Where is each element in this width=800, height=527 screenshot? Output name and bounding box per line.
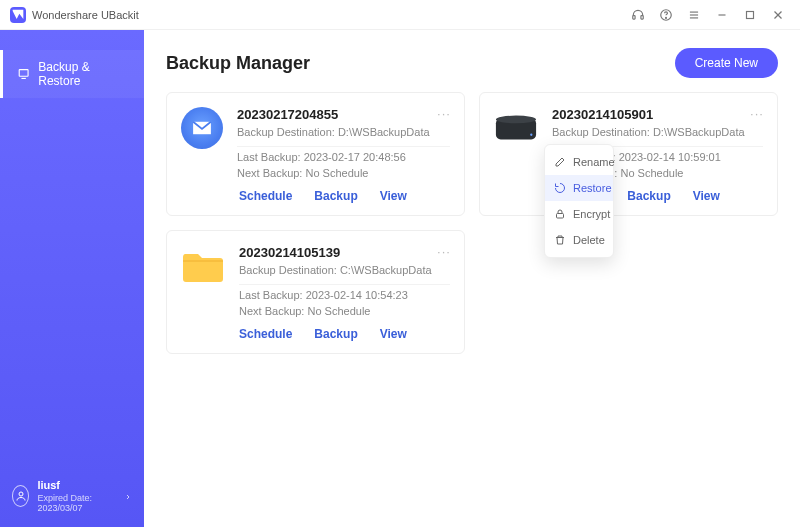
folder-backup-icon bbox=[181, 245, 225, 289]
ctx-delete[interactable]: Delete bbox=[545, 227, 613, 253]
app-title: Wondershare UBackit bbox=[32, 9, 139, 21]
maximize-icon[interactable] bbox=[736, 1, 764, 29]
backup-title: 20230214105139 bbox=[239, 245, 450, 260]
menu-icon[interactable] bbox=[680, 1, 708, 29]
backup-destination: Backup Destination: C:\WSBackupData bbox=[239, 264, 450, 276]
lock-icon bbox=[554, 208, 566, 220]
backup-title: 20230217204855 bbox=[237, 107, 450, 122]
backup-cards: ··· 20230217204855 Backup Destination: D… bbox=[166, 92, 778, 354]
minimize-icon[interactable] bbox=[708, 1, 736, 29]
backup-next: Next Backup: No Schedule bbox=[239, 305, 450, 317]
avatar-icon bbox=[12, 485, 29, 507]
svg-rect-16 bbox=[557, 214, 564, 219]
svg-point-15 bbox=[530, 134, 532, 136]
help-icon[interactable] bbox=[652, 1, 680, 29]
sidebar-item-backup-restore[interactable]: Backup & Restore bbox=[0, 50, 144, 98]
svg-rect-8 bbox=[747, 11, 754, 18]
context-menu: Rename Restore Encrypt Delete bbox=[544, 144, 614, 258]
backup-last: Last Backup: 2023-02-14 10:54:23 bbox=[239, 289, 450, 301]
backup-card: ··· 20230217204855 Backup Destination: D… bbox=[166, 92, 465, 216]
svg-rect-1 bbox=[641, 15, 643, 18]
user-account[interactable]: liusf Expired Date: 2023/03/07 bbox=[0, 465, 144, 527]
backup-link[interactable]: Backup bbox=[627, 189, 670, 203]
view-link[interactable]: View bbox=[693, 189, 720, 203]
titlebar: Wondershare UBackit bbox=[0, 0, 800, 30]
ctx-rename[interactable]: Rename bbox=[545, 149, 613, 175]
view-link[interactable]: View bbox=[380, 189, 407, 203]
svg-point-14 bbox=[496, 116, 536, 124]
backup-title: 20230214105901 bbox=[552, 107, 763, 122]
backup-destination: Backup Destination: D:\WSBackupData bbox=[237, 126, 450, 138]
backup-card: ··· 20230214105139 Backup Destination: C… bbox=[166, 230, 465, 354]
backup-restore-icon bbox=[17, 67, 30, 81]
restore-icon bbox=[554, 182, 566, 194]
trash-icon bbox=[554, 234, 566, 246]
create-new-button[interactable]: Create New bbox=[675, 48, 778, 78]
svg-point-3 bbox=[666, 17, 667, 18]
view-link[interactable]: View bbox=[380, 327, 407, 341]
sidebar: Backup & Restore liusf Expired Date: 202… bbox=[0, 30, 144, 527]
mail-backup-icon bbox=[181, 107, 223, 149]
svg-rect-11 bbox=[19, 70, 28, 77]
sidebar-item-label: Backup & Restore bbox=[38, 60, 130, 88]
svg-point-12 bbox=[19, 492, 23, 496]
close-icon[interactable] bbox=[764, 1, 792, 29]
more-icon[interactable]: ··· bbox=[749, 105, 765, 121]
app-logo-icon bbox=[10, 7, 26, 23]
chevron-right-icon bbox=[124, 487, 132, 505]
backup-next: Next Backup: No Schedule bbox=[237, 167, 450, 179]
main-content: Backup Manager Create New ··· 2023021720… bbox=[144, 30, 800, 527]
user-name: liusf bbox=[37, 479, 116, 491]
schedule-link[interactable]: Schedule bbox=[239, 189, 292, 203]
backup-destination: Backup Destination: D:\WSBackupData bbox=[552, 126, 763, 138]
svg-rect-0 bbox=[633, 15, 635, 18]
backup-link[interactable]: Backup bbox=[314, 189, 357, 203]
schedule-link[interactable]: Schedule bbox=[239, 327, 292, 341]
more-icon[interactable]: ··· bbox=[436, 243, 452, 259]
headset-icon[interactable] bbox=[624, 1, 652, 29]
rename-icon bbox=[554, 156, 566, 168]
backup-card: ··· 20230214105901 Backup Destination: D… bbox=[479, 92, 778, 216]
backup-link[interactable]: Backup bbox=[314, 327, 357, 341]
backup-last: Last Backup: 2023-02-17 20:48:56 bbox=[237, 151, 450, 163]
disk-backup-icon bbox=[494, 107, 538, 151]
user-expiry: Expired Date: 2023/03/07 bbox=[37, 493, 116, 513]
page-title: Backup Manager bbox=[166, 53, 310, 74]
ctx-restore[interactable]: Restore bbox=[545, 175, 613, 201]
ctx-encrypt[interactable]: Encrypt bbox=[545, 201, 613, 227]
more-icon[interactable]: ··· bbox=[436, 105, 452, 121]
